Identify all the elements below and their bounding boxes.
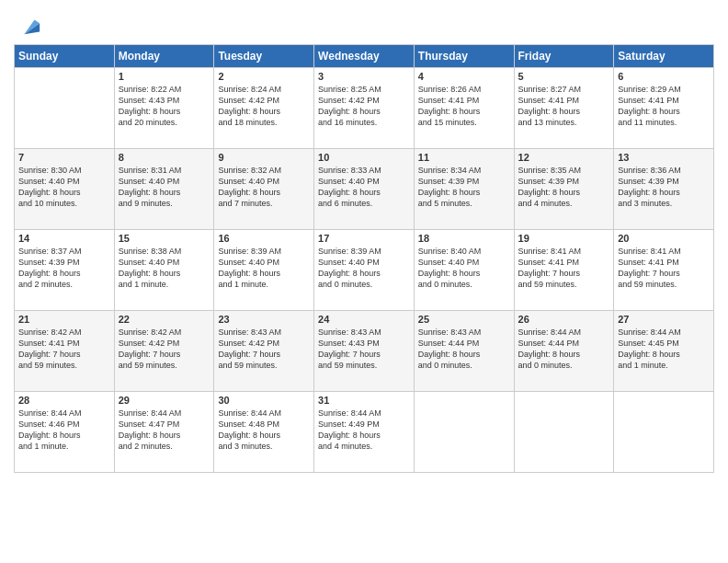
day-number: 30 xyxy=(218,395,310,406)
cell-content: Sunrise: 8:44 AMSunset: 4:44 PMDaylight:… xyxy=(518,327,610,372)
day-number: 21 xyxy=(18,314,110,325)
cell-content: Sunrise: 8:42 AMSunset: 4:41 PMDaylight:… xyxy=(18,327,110,372)
calendar-cell: 2Sunrise: 8:24 AMSunset: 4:42 PMDaylight… xyxy=(214,68,314,149)
day-number: 28 xyxy=(18,395,110,406)
calendar-week-row: 1Sunrise: 8:22 AMSunset: 4:43 PMDaylight… xyxy=(15,68,714,149)
cell-content: Sunrise: 8:43 AMSunset: 4:43 PMDaylight:… xyxy=(318,327,410,372)
cell-content: Sunrise: 8:44 AMSunset: 4:49 PMDaylight:… xyxy=(318,408,410,453)
day-number: 16 xyxy=(218,233,310,244)
cell-content: Sunrise: 8:44 AMSunset: 4:48 PMDaylight:… xyxy=(218,408,310,453)
cell-content: Sunrise: 8:44 AMSunset: 4:47 PMDaylight:… xyxy=(119,408,210,453)
calendar-table: SundayMondayTuesdayWednesdayThursdayFrid… xyxy=(14,44,714,473)
calendar-cell: 19Sunrise: 8:41 AMSunset: 4:41 PMDayligh… xyxy=(514,230,614,311)
cell-content: Sunrise: 8:36 AMSunset: 4:39 PMDaylight:… xyxy=(618,165,710,210)
calendar-cell: 24Sunrise: 8:43 AMSunset: 4:43 PMDayligh… xyxy=(314,311,415,392)
day-number: 27 xyxy=(618,314,710,325)
day-number: 29 xyxy=(119,395,210,406)
cell-content: Sunrise: 8:32 AMSunset: 4:40 PMDaylight:… xyxy=(218,165,310,210)
calendar-cell: 16Sunrise: 8:39 AMSunset: 4:40 PMDayligh… xyxy=(214,230,314,311)
cell-content: Sunrise: 8:29 AMSunset: 4:41 PMDaylight:… xyxy=(618,84,710,129)
calendar-cell: 22Sunrise: 8:42 AMSunset: 4:42 PMDayligh… xyxy=(114,311,214,392)
day-number: 1 xyxy=(119,71,210,82)
day-number: 15 xyxy=(119,233,210,244)
calendar-cell: 11Sunrise: 8:34 AMSunset: 4:39 PMDayligh… xyxy=(414,149,514,230)
calendar-cell: 13Sunrise: 8:36 AMSunset: 4:39 PMDayligh… xyxy=(614,149,714,230)
day-number: 4 xyxy=(418,71,510,82)
cell-content: Sunrise: 8:43 AMSunset: 4:42 PMDaylight:… xyxy=(218,327,310,372)
logo xyxy=(14,13,41,39)
col-header-sunday: Sunday xyxy=(15,45,115,68)
day-number: 17 xyxy=(318,233,410,244)
calendar-cell xyxy=(514,392,614,473)
day-number: 2 xyxy=(218,71,310,82)
col-header-thursday: Thursday xyxy=(414,45,514,68)
cell-content: Sunrise: 8:24 AMSunset: 4:42 PMDaylight:… xyxy=(218,84,310,129)
cell-content: Sunrise: 8:39 AMSunset: 4:40 PMDaylight:… xyxy=(218,246,310,291)
day-number: 9 xyxy=(218,152,310,163)
calendar-cell xyxy=(414,392,514,473)
cell-content: Sunrise: 8:37 AMSunset: 4:39 PMDaylight:… xyxy=(18,246,110,291)
col-header-monday: Monday xyxy=(114,45,214,68)
day-number: 13 xyxy=(618,152,710,163)
cell-content: Sunrise: 8:31 AMSunset: 4:40 PMDaylight:… xyxy=(119,165,210,210)
day-number: 7 xyxy=(18,152,110,163)
day-number: 10 xyxy=(318,152,410,163)
day-number: 12 xyxy=(518,152,610,163)
header xyxy=(14,9,714,39)
calendar-cell: 5Sunrise: 8:27 AMSunset: 4:41 PMDaylight… xyxy=(514,68,614,149)
calendar-cell: 3Sunrise: 8:25 AMSunset: 4:42 PMDaylight… xyxy=(314,68,415,149)
calendar-cell: 15Sunrise: 8:38 AMSunset: 4:40 PMDayligh… xyxy=(114,230,214,311)
calendar-header-row: SundayMondayTuesdayWednesdayThursdayFrid… xyxy=(15,45,714,68)
calendar-cell: 4Sunrise: 8:26 AMSunset: 4:41 PMDaylight… xyxy=(414,68,514,149)
day-number: 6 xyxy=(618,71,710,82)
calendar-cell: 26Sunrise: 8:44 AMSunset: 4:44 PMDayligh… xyxy=(514,311,614,392)
day-number: 20 xyxy=(618,233,710,244)
calendar-cell: 23Sunrise: 8:43 AMSunset: 4:42 PMDayligh… xyxy=(214,311,314,392)
calendar-cell: 29Sunrise: 8:44 AMSunset: 4:47 PMDayligh… xyxy=(114,392,214,473)
cell-content: Sunrise: 8:43 AMSunset: 4:44 PMDaylight:… xyxy=(418,327,510,372)
cell-content: Sunrise: 8:41 AMSunset: 4:41 PMDaylight:… xyxy=(518,246,610,291)
day-number: 19 xyxy=(518,233,610,244)
cell-content: Sunrise: 8:22 AMSunset: 4:43 PMDaylight:… xyxy=(119,84,210,129)
calendar-cell: 17Sunrise: 8:39 AMSunset: 4:40 PMDayligh… xyxy=(314,230,415,311)
day-number: 24 xyxy=(318,314,410,325)
calendar-cell: 28Sunrise: 8:44 AMSunset: 4:46 PMDayligh… xyxy=(15,392,115,473)
cell-content: Sunrise: 8:35 AMSunset: 4:39 PMDaylight:… xyxy=(518,165,610,210)
day-number: 25 xyxy=(418,314,510,325)
cell-content: Sunrise: 8:41 AMSunset: 4:41 PMDaylight:… xyxy=(618,246,710,291)
calendar-cell xyxy=(614,392,714,473)
day-number: 5 xyxy=(518,71,610,82)
col-header-tuesday: Tuesday xyxy=(214,45,314,68)
day-number: 26 xyxy=(518,314,610,325)
day-number: 11 xyxy=(418,152,510,163)
day-number: 14 xyxy=(18,233,110,244)
calendar-cell: 9Sunrise: 8:32 AMSunset: 4:40 PMDaylight… xyxy=(214,149,314,230)
col-header-wednesday: Wednesday xyxy=(314,45,415,68)
cell-content: Sunrise: 8:25 AMSunset: 4:42 PMDaylight:… xyxy=(318,84,410,129)
cell-content: Sunrise: 8:44 AMSunset: 4:46 PMDaylight:… xyxy=(18,408,110,453)
calendar-week-row: 14Sunrise: 8:37 AMSunset: 4:39 PMDayligh… xyxy=(15,230,714,311)
calendar-cell: 1Sunrise: 8:22 AMSunset: 4:43 PMDaylight… xyxy=(114,68,214,149)
calendar-week-row: 28Sunrise: 8:44 AMSunset: 4:46 PMDayligh… xyxy=(15,392,714,473)
calendar-cell: 14Sunrise: 8:37 AMSunset: 4:39 PMDayligh… xyxy=(15,230,115,311)
page-container: SundayMondayTuesdayWednesdayThursdayFrid… xyxy=(0,0,728,482)
calendar-cell: 30Sunrise: 8:44 AMSunset: 4:48 PMDayligh… xyxy=(214,392,314,473)
day-number: 31 xyxy=(318,395,410,406)
cell-content: Sunrise: 8:38 AMSunset: 4:40 PMDaylight:… xyxy=(119,246,210,291)
calendar-week-row: 21Sunrise: 8:42 AMSunset: 4:41 PMDayligh… xyxy=(15,311,714,392)
logo-icon xyxy=(16,13,41,39)
calendar-cell: 27Sunrise: 8:44 AMSunset: 4:45 PMDayligh… xyxy=(614,311,714,392)
calendar-cell: 18Sunrise: 8:40 AMSunset: 4:40 PMDayligh… xyxy=(414,230,514,311)
day-number: 22 xyxy=(119,314,210,325)
cell-content: Sunrise: 8:40 AMSunset: 4:40 PMDaylight:… xyxy=(418,246,510,291)
calendar-cell: 12Sunrise: 8:35 AMSunset: 4:39 PMDayligh… xyxy=(514,149,614,230)
col-header-saturday: Saturday xyxy=(614,45,714,68)
calendar-cell: 31Sunrise: 8:44 AMSunset: 4:49 PMDayligh… xyxy=(314,392,415,473)
cell-content: Sunrise: 8:42 AMSunset: 4:42 PMDaylight:… xyxy=(119,327,210,372)
cell-content: Sunrise: 8:44 AMSunset: 4:45 PMDaylight:… xyxy=(618,327,710,372)
calendar-week-row: 7Sunrise: 8:30 AMSunset: 4:40 PMDaylight… xyxy=(15,149,714,230)
cell-content: Sunrise: 8:26 AMSunset: 4:41 PMDaylight:… xyxy=(418,84,510,129)
calendar-cell: 7Sunrise: 8:30 AMSunset: 4:40 PMDaylight… xyxy=(15,149,115,230)
cell-content: Sunrise: 8:33 AMSunset: 4:40 PMDaylight:… xyxy=(318,165,410,210)
calendar-cell: 20Sunrise: 8:41 AMSunset: 4:41 PMDayligh… xyxy=(614,230,714,311)
